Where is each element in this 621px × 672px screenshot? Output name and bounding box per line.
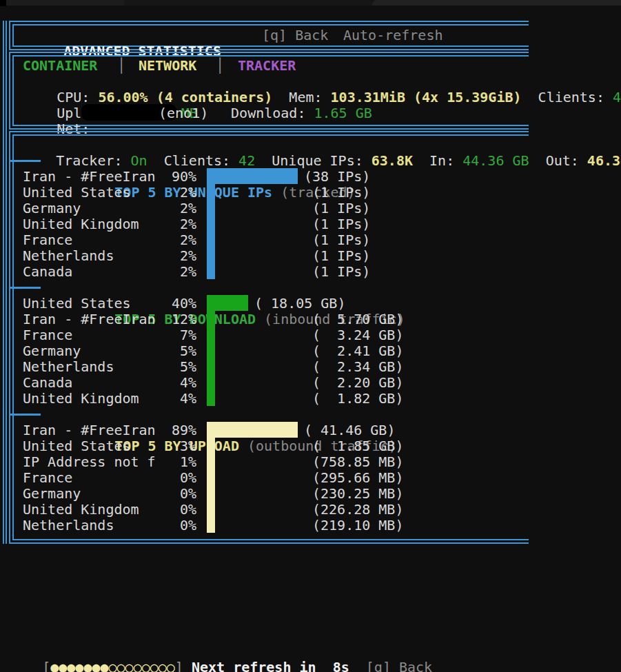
row-percent: 5% (155, 343, 196, 359)
branch-line (9, 414, 41, 416)
section-header: TOP 5 BY DOWNLOAD (inbound traffic) (23, 280, 615, 296)
clients-label: Clients: (522, 89, 613, 105)
row-country: Netherlands (23, 248, 155, 264)
chart-row: United Kingdom2%(1 IPs) (23, 216, 615, 232)
chart-row: Germany2%(1 IPs) (23, 201, 615, 216)
row-country: IP Address not f (23, 454, 155, 470)
row-value: ( 1.82 GB) (312, 391, 403, 407)
row-bar (207, 469, 215, 485)
chart-row: Iran - #FreeIran12%( 5.70 GB) (23, 312, 615, 327)
progress-dots-empty: ○○○○○○○○ (109, 659, 175, 672)
row-percent: 4% (155, 375, 196, 391)
row-percent: 3% (155, 438, 196, 454)
terminal-screen: ADVANCED STATISTICS [q] Back Auto-refres… (0, 0, 621, 672)
row-bar (207, 390, 215, 406)
chart-row: Iran - #FreeIran89%( 41.46 GB) (23, 422, 615, 438)
row-bar (207, 263, 215, 279)
row-country: United States (23, 438, 155, 454)
row-percent: 0% (155, 470, 196, 486)
row-country: Iran - #FreeIran (23, 312, 155, 327)
row-bar (207, 454, 215, 469)
row-bar (207, 311, 215, 327)
chrome-segment-left (0, 0, 124, 6)
row-bar (207, 358, 215, 374)
chrome-notch (0, 0, 6, 6)
row-country: United Kingdom (23, 391, 155, 407)
row-percent: 4% (155, 391, 196, 407)
row-percent: 40% (155, 296, 196, 312)
row-percent: 5% (155, 359, 196, 375)
row-percent: 0% (155, 518, 196, 533)
row-percent: 2% (155, 201, 196, 216)
tab-network[interactable]: NETWORK (139, 58, 196, 74)
chart-row: Canada2%(1 IPs) (23, 264, 615, 280)
row-bar (207, 232, 215, 247)
refresh-seconds: 8s (325, 659, 349, 672)
chart-area: TOP 5 BY UNIQUE IPs (tracked) Iran - #Fr… (23, 153, 615, 533)
row-percent: 2% (155, 232, 196, 248)
tab-separator: │ (216, 58, 224, 74)
row-country: Germany (23, 343, 155, 359)
row-value: ( 18.05 GB) (254, 296, 345, 312)
chart-row: United States2%(1 IPs) (23, 185, 615, 201)
autorefresh-toggle[interactable]: Auto-refresh (343, 28, 443, 43)
section-download: TOP 5 BY DOWNLOAD (inbound traffic) Unit… (23, 280, 615, 407)
branch-line (9, 287, 41, 289)
row-value: (1 IPs) (312, 185, 370, 201)
chart-row: Canada4%( 2.20 GB) (23, 375, 615, 391)
back-hint[interactable]: [q] Back (262, 28, 328, 43)
row-bar (207, 343, 215, 358)
tab-separator: │ (117, 58, 125, 74)
chart-row: France7%( 3.24 GB) (23, 327, 615, 343)
row-percent: 89% (155, 422, 196, 438)
row-value: (1 IPs) (312, 264, 370, 280)
tab-tracker[interactable]: TRACKER (238, 58, 296, 74)
row-country: Canada (23, 375, 155, 391)
chart-row: United Kingdom4%( 1.82 GB) (23, 391, 615, 407)
row-bar (207, 247, 215, 263)
branch-line (9, 160, 41, 162)
row-bar (207, 327, 215, 343)
row-value: (219.10 MB) (312, 518, 403, 533)
row-percent: 2% (155, 264, 196, 280)
row-percent: 7% (155, 327, 196, 343)
row-country: Iran - #FreeIran (23, 169, 155, 185)
section-upload: TOP 5 BY UPLOAD (outbound traffic) Iran … (23, 407, 615, 533)
row-bar (207, 200, 215, 216)
row-value: ( 3.24 GB) (312, 327, 403, 343)
row-country: United States (23, 296, 155, 312)
row-value: (38 IPs) (304, 169, 370, 185)
row-country: Netherlands (23, 359, 155, 375)
row-percent: 12% (155, 312, 196, 327)
row-value: (1 IPs) (312, 248, 370, 264)
row-value: ( 1.85 GB) (312, 438, 403, 454)
row-bar (207, 438, 215, 454)
row-percent: 0% (155, 502, 196, 518)
row-value: ( 2.41 GB) (312, 343, 403, 359)
progress-dots-filled: ●●●●●●● (50, 659, 108, 672)
progress-bracket-close: ] (175, 659, 183, 672)
row-percent: 0% (155, 486, 196, 502)
row-bar (207, 184, 215, 200)
row-bar (207, 501, 215, 517)
chart-row: IP Address not f1%(758.85 MB) (23, 454, 615, 470)
row-country: United Kingdom (23, 216, 155, 232)
refresh-status-bar: [●●●●●●●○○○○○○○○] Next refresh in 8s [q]… (9, 644, 432, 672)
chart-row: Germany0%(230.25 MB) (23, 486, 615, 502)
row-value: (758.85 MB) (312, 454, 403, 470)
row-percent: 2% (155, 216, 196, 232)
row-country: France (23, 327, 155, 343)
tab-container[interactable]: CONTAINER (23, 58, 97, 74)
chart-row: France0%(295.66 MB) (23, 470, 615, 486)
chart-row: Germany5%( 2.41 GB) (23, 343, 615, 359)
download-value: 1.65 GB (314, 105, 371, 121)
row-value: (1 IPs) (312, 216, 370, 232)
row-percent: 90% (155, 169, 196, 185)
row-percent: 1% (155, 454, 196, 470)
row-value: ( 5.70 GB) (312, 312, 403, 327)
chrome-segment-right (372, 0, 621, 6)
row-bar (207, 485, 215, 501)
row-value: (226.28 MB) (312, 502, 403, 518)
row-bar (207, 422, 298, 438)
back-hint[interactable]: [q] Back (349, 659, 432, 672)
